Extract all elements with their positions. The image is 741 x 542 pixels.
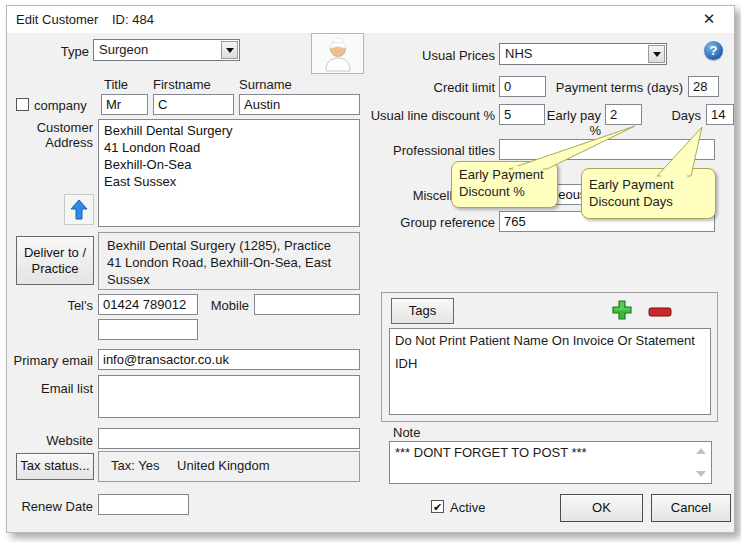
usual-prices-value: NHS	[505, 46, 532, 61]
title-header: Title	[104, 77, 128, 92]
mobile-field[interactable]	[254, 294, 360, 315]
email-list-label: Email list	[23, 381, 93, 396]
tag-item[interactable]: Do Not Print Patient Name On Invoice Or …	[390, 329, 710, 352]
deliver-to-practice-button[interactable]: Deliver to / Practice	[16, 236, 94, 285]
note-value: *** DONT FORGET TO POST ***	[395, 445, 587, 460]
customer-type-avatar-button[interactable]	[311, 33, 364, 74]
email-list-field[interactable]	[98, 375, 360, 418]
note-field[interactable]: *** DONT FORGET TO POST ***	[389, 441, 712, 484]
credit-limit-label: Credit limit	[402, 80, 495, 95]
early-pay-field[interactable]	[605, 104, 642, 125]
credit-limit-field[interactable]	[499, 76, 546, 97]
chevron-down-icon[interactable]	[648, 45, 665, 63]
type-dropdown[interactable]: Surgeon	[93, 39, 240, 61]
customer-id-label: ID: 484	[112, 12, 154, 27]
tag-item[interactable]: IDH	[390, 352, 710, 375]
surname-field[interactable]	[239, 94, 360, 115]
note-label: Note	[393, 425, 420, 440]
mobile-label: Mobile	[203, 298, 249, 313]
tags-button[interactable]: Tags	[391, 298, 454, 324]
title-bar: Edit Customer ID: 484 ✕	[7, 6, 734, 33]
tel1-field[interactable]	[98, 294, 198, 315]
tax-status-value: Tax: Yes	[111, 458, 159, 473]
plus-icon	[611, 299, 633, 321]
surgeon-avatar-icon	[321, 36, 355, 72]
company-checkbox[interactable]	[16, 98, 29, 111]
cancel-button[interactable]: Cancel	[651, 494, 731, 522]
early-pay-label: Early pay %	[543, 108, 601, 138]
renew-date-label: Renew Date	[13, 499, 93, 514]
payment-terms-field[interactable]	[688, 76, 719, 97]
renew-date-field[interactable]	[98, 494, 189, 515]
tels-label: Tel's	[43, 298, 93, 313]
chevron-down-icon[interactable]	[221, 41, 238, 59]
firstname-field[interactable]	[153, 94, 234, 115]
usual-prices-dropdown[interactable]: NHS	[499, 43, 667, 65]
window-title: Edit Customer	[16, 12, 98, 27]
minus-icon	[648, 307, 672, 317]
days-field[interactable]	[706, 104, 734, 125]
website-field[interactable]	[98, 428, 360, 449]
surname-header: Surname	[239, 77, 292, 92]
line-discount-label: Usual line discount %	[367, 108, 495, 123]
professional-titles-field[interactable]	[499, 139, 715, 160]
customer-address-label: Customer Address	[11, 120, 93, 150]
primary-email-label: Primary email	[7, 353, 93, 368]
help-icon[interactable]: ?	[704, 41, 723, 60]
tax-status-button[interactable]: Tax status...	[16, 453, 94, 480]
company-label: company	[34, 98, 87, 113]
up-arrow-icon	[70, 199, 88, 221]
group-reference-label: Group reference	[387, 215, 495, 230]
add-tag-button[interactable]	[611, 299, 633, 324]
early-payment-discount-days-callout: Early Payment Discount Days	[581, 168, 716, 219]
tags-list[interactable]: Do Not Print Patient Name On Invoice Or …	[389, 328, 711, 415]
type-label: Type	[11, 44, 89, 59]
ok-button[interactable]: OK	[560, 494, 643, 522]
usual-prices-label: Usual Prices	[407, 48, 495, 63]
title-field[interactable]	[101, 94, 148, 115]
tax-country-value: United Kingdom	[177, 458, 270, 473]
edit-customer-dialog: Edit Customer ID: 484 ✕ Type Surgeon Tit…	[6, 5, 735, 533]
active-checkbox[interactable]: ✔	[431, 500, 444, 513]
customer-address-field[interactable]: Bexhill Dental Surgery 41 London Road Be…	[98, 119, 360, 227]
active-label: Active	[450, 500, 485, 515]
days-label: Days	[665, 108, 701, 123]
tax-status-display: Tax: Yes United Kingdom	[98, 451, 360, 482]
firstname-header: Firstname	[153, 77, 211, 92]
deliver-to-line2: 41 London Road, Bexhill-On-Sea, East Sus…	[107, 254, 351, 288]
tel2-field[interactable]	[98, 319, 198, 340]
deliver-to-line1: Bexhill Dental Surgery (1285), Practice	[107, 237, 351, 254]
type-value: Surgeon	[99, 42, 148, 57]
remove-tag-button[interactable]	[648, 305, 672, 320]
scroll-down-icon[interactable]	[696, 471, 706, 477]
primary-email-field[interactable]	[98, 349, 360, 370]
close-icon[interactable]: ✕	[698, 9, 720, 29]
early-payment-discount-pct-callout: Early Payment Discount %	[451, 161, 558, 208]
line-discount-field[interactable]	[499, 104, 545, 125]
payment-terms-label: Payment terms (days)	[555, 80, 683, 95]
professional-titles-label: Professional titles	[382, 143, 495, 158]
website-label: Website	[23, 433, 93, 448]
deliver-to-display: Bexhill Dental Surgery (1285), Practice …	[98, 232, 360, 290]
scroll-up-icon[interactable]	[696, 448, 706, 454]
copy-address-up-button[interactable]	[64, 194, 94, 225]
